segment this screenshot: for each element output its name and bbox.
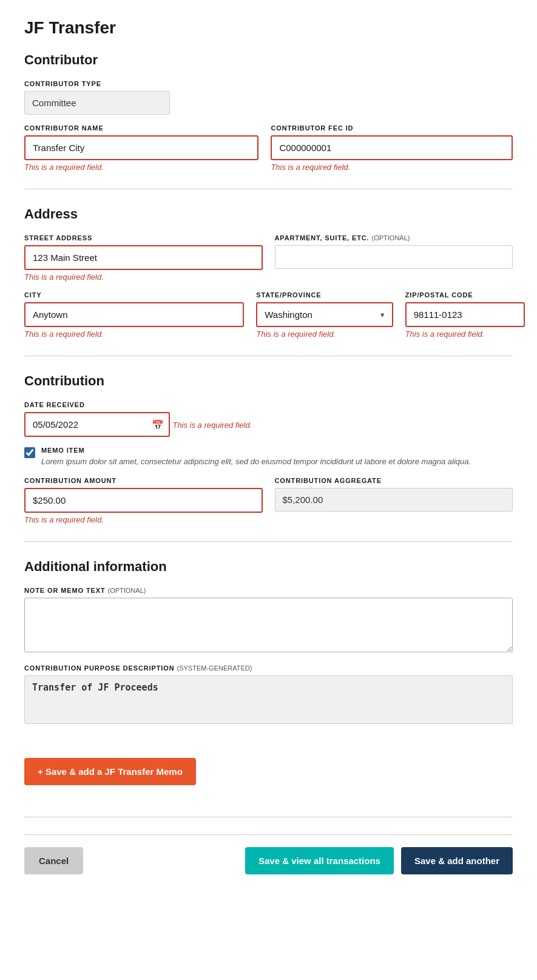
street-input[interactable] [24,245,263,270]
right-actions: Save & view all transactions Save & add … [245,847,513,874]
additional-section: Additional information NOTE OR MEMO TEXT… [24,559,513,726]
aggregate-col: CONTRIBUTION AGGREGATE $5,200.00 [275,477,513,524]
purpose-textarea: Transfer of JF Proceeds [24,675,513,724]
contribution-amount-row: CONTRIBUTION AMOUNT This is a required f… [24,477,513,524]
bottom-actions: Cancel Save & view all transactions Save… [24,834,513,874]
zip-col: ZIP/POSTAL CODE This is a required field… [405,291,525,339]
contributor-name-fec-row: CONTRIBUTOR NAME This is a required fiel… [24,124,513,172]
state-col: STATE/PROVINCE Washington Alabama Alaska… [256,291,393,339]
amount-col: CONTRIBUTION AMOUNT This is a required f… [24,477,263,524]
zip-error: This is a required field. [405,329,525,339]
contributor-fec-label: CONTRIBUTOR FEC ID [271,124,513,132]
street-label: STREET ADDRESS [24,234,263,242]
zip-label: ZIP/POSTAL CODE [405,291,525,299]
page-title: JF Transfer [24,18,513,38]
contribution-section: Contribution DATE RECEIVED 📅 This is a r… [24,373,513,524]
cancel-button[interactable]: Cancel [24,847,83,874]
contribution-divider [24,541,513,542]
save-transfer-button[interactable]: + Save & add a JF Transfer Memo [24,758,196,785]
aggregate-label: CONTRIBUTION AGGREGATE [275,477,513,484]
apt-label: APARTMENT, SUITE, ETC. (OPTIONAL) [275,234,513,242]
contributor-heading: Contributor [24,52,513,68]
memo-label: MEMO ITEM [41,447,471,454]
contributor-divider [24,189,513,189]
contribution-heading: Contribution [24,373,513,389]
zip-input[interactable] [405,302,525,327]
memo-content: MEMO ITEM Lorem ipsum dolor sit amet, co… [41,447,471,467]
contributor-name-error: This is a required field. [24,163,258,172]
contributor-section: Contributor CONTRIBUTOR TYPE Committee C… [24,52,513,172]
contributor-name-label: CONTRIBUTOR NAME [24,124,258,132]
purpose-label: CONTRIBUTION PURPOSE DESCRIPTION (SYSTEM… [24,664,513,672]
note-field: NOTE OR MEMO TEXT (OPTIONAL) [24,587,513,655]
state-error: This is a required field. [256,329,393,339]
bottom-divider [24,817,513,817]
memo-text: Lorem ipsum dolor sit amet, consectetur … [41,456,471,467]
apt-input[interactable] [275,245,513,269]
contributor-type-label: CONTRIBUTOR TYPE [24,80,513,87]
purpose-field: CONTRIBUTION PURPOSE DESCRIPTION (SYSTEM… [24,664,513,726]
save-view-button[interactable]: Save & view all transactions [245,847,394,874]
memo-row: MEMO ITEM Lorem ipsum dolor sit amet, co… [24,447,513,467]
contributor-fec-input[interactable] [271,135,513,160]
city-label: CITY [24,291,244,299]
address-city-state-zip-row: CITY This is a required field. STATE/PRO… [24,291,513,339]
note-label: NOTE OR MEMO TEXT (OPTIONAL) [24,587,513,594]
street-col: STREET ADDRESS This is a required field. [24,234,263,282]
address-section: Address STREET ADDRESS This is a require… [24,206,513,339]
amount-error: This is a required field. [24,515,263,524]
apt-col: APARTMENT, SUITE, ETC. (OPTIONAL) [275,234,513,282]
contributor-name-col: CONTRIBUTOR NAME This is a required fiel… [24,124,258,172]
contributor-fec-col: CONTRIBUTOR FEC ID This is a required fi… [271,124,513,172]
state-select[interactable]: Washington Alabama Alaska Arizona Califo… [256,302,393,327]
city-error: This is a required field. [24,329,244,339]
date-received-label: DATE RECEIVED [24,401,513,408]
date-input-wrapper: 📅 [24,412,170,437]
contributor-type-value: Committee [24,91,170,115]
address-divider [24,356,513,356]
city-input[interactable] [24,302,244,327]
memo-checkbox[interactable] [24,447,35,458]
contributor-name-input[interactable] [24,135,258,160]
note-textarea[interactable] [24,598,513,652]
additional-heading: Additional information [24,559,513,575]
state-select-wrapper: Washington Alabama Alaska Arizona Califo… [256,302,393,327]
contributor-type-field: CONTRIBUTOR TYPE Committee [24,80,513,115]
state-label: STATE/PROVINCE [256,291,393,299]
date-received-error: This is a required field. [172,421,252,430]
city-col: CITY This is a required field. [24,291,244,339]
contributor-fec-error: This is a required field. [271,163,513,172]
save-transfer-wrapper: + Save & add a JF Transfer Memo [24,743,513,800]
aggregate-value: $5,200.00 [275,488,513,512]
address-street-row: STREET ADDRESS This is a required field.… [24,234,513,282]
street-error: This is a required field. [24,272,263,282]
date-received-field: DATE RECEIVED 📅 This is a required field… [24,401,513,437]
amount-label: CONTRIBUTION AMOUNT [24,477,263,484]
date-received-input[interactable] [24,412,170,437]
amount-input[interactable] [24,488,263,513]
address-heading: Address [24,206,513,222]
save-add-button[interactable]: Save & add another [401,847,513,874]
